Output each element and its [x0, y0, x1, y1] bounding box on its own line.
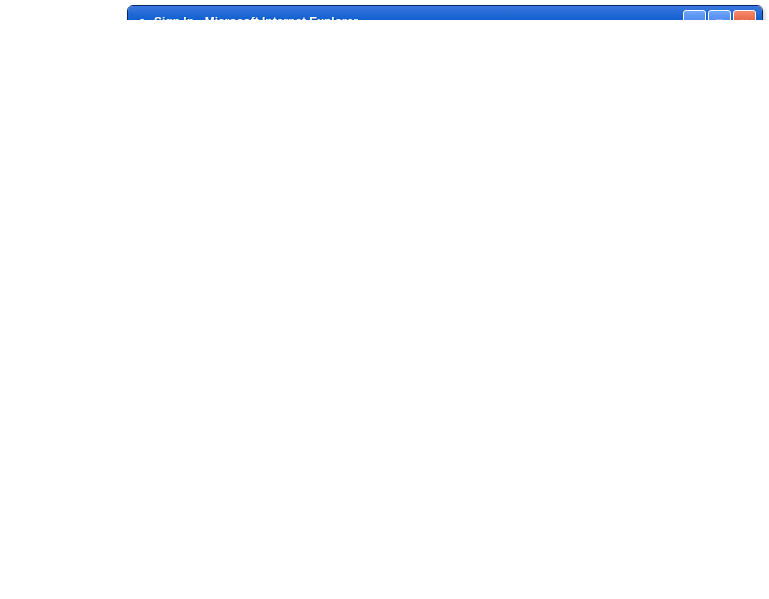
ie-e-icon: e [134, 14, 150, 21]
ie-title-bar: e Sign In - Microsoft Internet Explorer … [128, 6, 762, 20]
maximize-button[interactable]: □ [708, 10, 731, 20]
minimize-button[interactable]: _ [683, 10, 706, 20]
close-button[interactable]: × [733, 10, 756, 20]
ie-title-text: Sign In - Microsoft Internet Explorer [154, 15, 681, 21]
ie-window: e Sign In - Microsoft Internet Explorer … [127, 5, 763, 20]
